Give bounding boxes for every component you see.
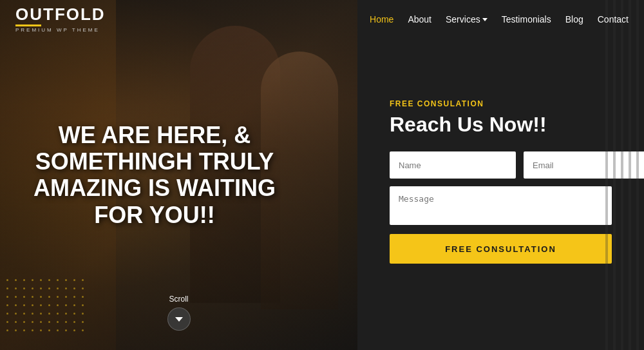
dot [57,279,59,281]
dot [57,296,59,298]
dot [15,287,17,289]
dot [32,296,33,298]
dot [23,329,25,331]
name-input[interactable] [390,151,516,179]
dot [15,304,17,306]
dot [23,321,25,323]
dot [23,313,25,315]
form-eyebrow: FREE CONSULATION [390,99,612,108]
message-textarea[interactable] [390,186,612,225]
dot [48,304,50,306]
navbar: OUTFOLD PREMIUM WP THEME Home About Serv… [0,0,644,39]
dot [32,304,33,306]
nav-item-about[interactable]: About [408,14,431,25]
dot [57,321,59,323]
dot [82,321,84,323]
form-title: Reach Us Now!! [390,113,612,136]
dot [73,287,75,289]
nav-link-testimonials[interactable]: Testimonials [502,14,551,24]
nav-item-blog[interactable]: Blog [565,14,583,25]
dot [48,329,50,331]
nav-item-home[interactable]: Home [370,14,393,25]
logo-title: OUTFOLD [15,6,106,23]
dot [6,321,8,323]
dot [48,287,50,289]
dot [65,279,67,281]
dot [23,287,25,289]
dot [32,313,33,315]
dot [32,321,33,323]
dot [23,304,25,306]
dot [40,321,42,323]
nav-item-contact[interactable]: Contact [598,14,629,25]
scroll-button[interactable] [167,307,191,331]
chevron-down-icon [175,317,183,322]
dot [6,313,8,315]
stripe-decoration [605,0,644,350]
dot [23,279,25,281]
nav-links: Home About Services Testimonials Blog Co… [370,14,629,25]
dot [82,279,84,281]
dot [73,329,75,331]
form-section: FREE CONSULATION Reach Us Now!! FREE CON… [357,0,644,350]
dot [40,296,42,298]
logo: OUTFOLD PREMIUM WP THEME [15,6,106,33]
dot [48,296,50,298]
main-content: WE ARE HERE, & SOMETHINGH TRULY AMAZING … [0,0,644,350]
dot [15,321,17,323]
dot [15,279,17,281]
dot [32,279,33,281]
dot [73,279,75,281]
dot [40,313,42,315]
dot [48,313,50,315]
form-name-email-row [390,151,612,179]
nav-item-testimonials[interactable]: Testimonials [502,14,551,25]
nav-link-contact[interactable]: Contact [598,14,629,24]
dot-pattern [6,279,90,344]
dot [73,313,75,315]
dot [15,296,17,298]
dot [6,287,8,289]
page-wrapper: OUTFOLD PREMIUM WP THEME Home About Serv… [0,0,644,350]
dot [73,304,75,306]
dot [15,329,17,331]
dot [48,321,50,323]
dot [82,313,84,315]
hero-text-block: WE ARE HERE, & SOMETHINGH TRULY AMAZING … [32,122,277,229]
logo-underline [15,24,41,26]
dot [65,296,67,298]
dot [65,329,67,331]
scroll-label: Scroll [169,295,188,304]
dot [48,279,50,281]
chevron-down-icon [482,18,488,21]
nav-link-services[interactable]: Services [446,14,488,24]
dot [65,321,67,323]
dot [65,287,67,289]
dot [73,321,75,323]
logo-subtitle: PREMIUM WP THEME [15,27,106,33]
nav-link-home[interactable]: Home [370,14,393,24]
dot [6,304,8,306]
dot [82,304,84,306]
nav-item-services[interactable]: Services [446,14,488,24]
dot [6,279,8,281]
dot [57,287,59,289]
dot [40,304,42,306]
dot [6,296,8,298]
nav-link-blog[interactable]: Blog [565,14,583,24]
dot [40,279,42,281]
nav-link-about[interactable]: About [408,14,431,24]
dot [82,296,84,298]
dot [32,287,33,289]
scroll-indicator: Scroll [167,295,191,331]
dot [40,329,42,331]
hero-headline: WE ARE HERE, & SOMETHINGH TRULY AMAZING … [32,122,277,229]
hero-section: WE ARE HERE, & SOMETHINGH TRULY AMAZING … [0,0,357,350]
free-consultation-button[interactable]: FREE CONSULTATION [390,234,612,264]
dot [82,287,84,289]
dot [57,304,59,306]
dot [40,287,42,289]
dot [73,296,75,298]
dot [6,329,8,331]
dot [65,313,67,315]
